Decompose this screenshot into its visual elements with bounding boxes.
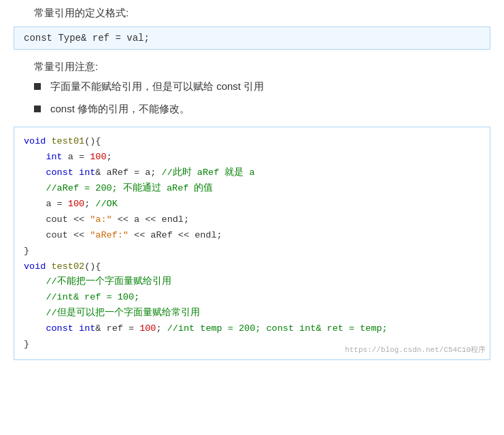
bullet-item-1: 字面量不能赋给引用，但是可以赋给 const 引用 — [34, 80, 490, 93]
bullet-text-2: const 修饰的引用，不能修改。 — [50, 103, 190, 116]
section-notes-title: 常量引用注意: — [14, 61, 490, 74]
code-line-13: const int& ref = 100; //int temp = 200; … — [24, 321, 480, 337]
page-content: 常量引用的定义格式: const Type& ref = val; 常量引用注意… — [0, 0, 504, 367]
code-line-4: //aRef = 200; 不能通过 aRef 的值 — [24, 181, 480, 197]
code-line-2: int a = 100; — [24, 150, 480, 165]
code-line-7: cout << "aRef:" << aRef << endl; — [24, 228, 480, 244]
watermark: https://blog.csdn.net/C54C10程序 — [345, 344, 486, 357]
section-definition: 常量引用的定义格式: const Type& ref = val; — [14, 7, 490, 50]
bullet-text-1: 字面量不能赋给引用，但是可以赋给 const 引用 — [50, 80, 264, 93]
bullet-icon-1 — [34, 83, 41, 90]
code-line-5: a = 100; //OK — [24, 197, 480, 212]
bullet-item-2: const 修饰的引用，不能修改。 — [34, 103, 490, 116]
bullet-icon-2 — [34, 106, 41, 112]
section-notes: 常量引用注意: 字面量不能赋给引用，但是可以赋给 const 引用 const … — [14, 61, 490, 116]
code-block: void test01(){ int a = 100; const int& a… — [14, 127, 490, 360]
code-line-9: void test02(){ — [24, 259, 480, 275]
code-line-8: } — [24, 244, 480, 259]
code-line-6: cout << "a:" << a << endl; — [24, 212, 480, 228]
code-line-10: //不能把一个字面量赋给引用 — [24, 274, 480, 290]
code-line-3: const int& aRef = a; //此时 aRef 就是 a — [24, 165, 480, 181]
code-line-11: //int& ref = 100; — [24, 290, 480, 306]
code-inline: const Type& ref = val; — [14, 27, 490, 50]
section-definition-title: 常量引用的定义格式: — [14, 7, 490, 20]
code-line-1: void test01(){ — [24, 134, 480, 150]
code-line-12: //但是可以把一个字面量赋给常引用 — [24, 306, 480, 321]
bullet-list: 字面量不能赋给引用，但是可以赋给 const 引用 const 修饰的引用，不能… — [14, 80, 490, 116]
